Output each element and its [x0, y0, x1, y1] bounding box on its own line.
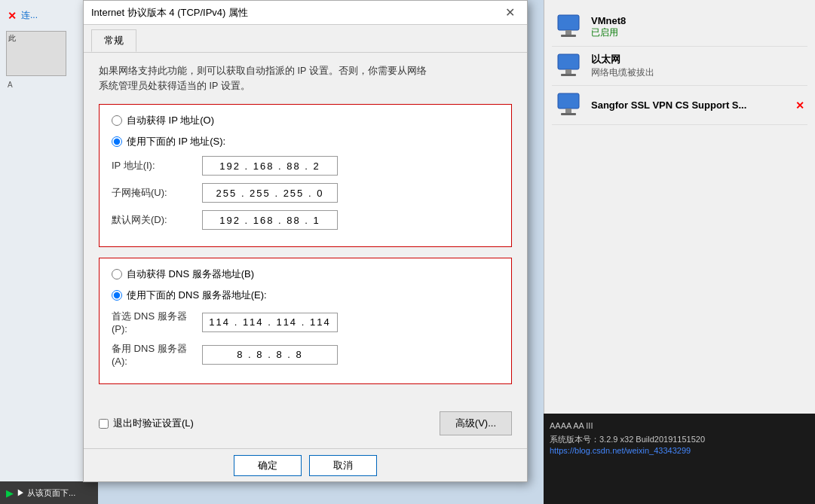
tab-bar: 常规	[84, 25, 527, 53]
sangfor-name: Sangfor SSL VPN CS Support S...	[591, 99, 789, 111]
svg-rect-2	[561, 35, 576, 37]
auto-ip-radio[interactable]	[112, 115, 122, 126]
bottom-right-text2: 系统版本号：3.2.9 x32 Build20191151520	[550, 433, 809, 447]
svg-rect-6	[558, 93, 579, 108]
manual-dns-row: 使用下面的 DNS 服务器地址(E):	[112, 289, 499, 302]
dialog-titlebar: Internet 协议版本 4 (TCP/IPv4) 属性 ✕	[84, 1, 527, 25]
error-icon-sangfor: ✕	[795, 99, 804, 111]
primary-dns-input[interactable]	[202, 313, 338, 332]
bottom-right-link[interactable]: https://blog.csdn.net/weixin_43343299	[550, 446, 809, 455]
tab-general[interactable]: 常规	[91, 29, 136, 52]
network-item-sangfor[interactable]: Sangfor SSL VPN CS Support S... ✕	[552, 86, 807, 125]
desc-line1: 如果网络支持此功能，则可以获取自动指派的 IP 设置。否则，你需要从网络	[99, 66, 427, 76]
manual-ip-radio[interactable]	[112, 136, 122, 147]
tcp-ipv4-dialog: Internet 协议版本 4 (TCP/IPv4) 属性 ✕ 常规 如果网络支…	[83, 0, 528, 482]
network-icon-sangfor	[555, 92, 585, 118]
network-item-ethernet[interactable]: 以太网 网络电缆被拔出	[552, 47, 807, 86]
auto-ip-row: 自动获得 IP 地址(O)	[112, 114, 499, 127]
ethernet-name: 以太网	[591, 53, 804, 66]
auto-dns-row: 自动获得 DNS 服务器地址(B)	[112, 267, 499, 281]
primary-dns-label: 首选 DNS 服务器(P):	[112, 310, 202, 334]
ethernet-status: 网络电缆被拔出	[591, 66, 804, 79]
secondary-dns-row: 备用 DNS 服务器(A):	[112, 342, 499, 367]
network-info-vmnet8: VMnet8 已启用	[591, 15, 804, 39]
left-link-1[interactable]: 连...	[21, 9, 38, 22]
advanced-button[interactable]: 高级(V)...	[440, 411, 512, 435]
svg-rect-4	[565, 69, 571, 74]
left-label-a: A	[6, 79, 91, 90]
right-panel: VMnet8 已启用 以太网 网络电缆被拔出 Sangfor SSL VPN C…	[544, 0, 815, 504]
gateway-row: 默认网关(D):	[112, 210, 499, 230]
svg-rect-7	[565, 108, 571, 113]
bottom-bar-text: ▶ 从该页面下...	[17, 487, 75, 499]
network-icon-ethernet	[555, 53, 585, 79]
auto-ip-label[interactable]: 自动获得 IP 地址(O)	[127, 114, 214, 127]
bottom-bar[interactable]: ▶ ▶ 从该页面下...	[0, 481, 98, 504]
dialog-body: 如果网络支持此功能，则可以获取自动指派的 IP 设置。否则，你需要从网络 系统管…	[84, 53, 527, 405]
ok-button[interactable]: 确定	[234, 455, 302, 476]
validate-checkbox[interactable]	[99, 419, 109, 429]
left-network-box: 此	[6, 31, 66, 76]
manual-ip-label[interactable]: 使用下面的 IP 地址(S):	[127, 135, 225, 148]
gateway-label: 默认网关(D):	[112, 213, 202, 227]
secondary-dns-label: 备用 DNS 服务器(A):	[112, 342, 202, 367]
dialog-title: Internet 协议版本 4 (TCP/IPv4) 属性	[91, 6, 248, 20]
manual-dns-label[interactable]: 使用下面的 DNS 服务器地址(E):	[127, 289, 267, 302]
auto-dns-label[interactable]: 自动获得 DNS 服务器地址(B)	[127, 267, 254, 281]
left-item-1: ✕ 连...	[6, 6, 91, 25]
svg-rect-5	[561, 74, 576, 76]
manual-ip-row: 使用下面的 IP 地址(S):	[112, 135, 499, 148]
desc-line2: 系统管理员处获得适当的 IP 设置。	[99, 81, 250, 91]
network-info-ethernet: 以太网 网络电缆被拔出	[591, 53, 804, 79]
bottom-right-text1: AAAA AA III	[550, 420, 809, 433]
svg-rect-8	[561, 113, 576, 115]
play-icon: ▶	[6, 487, 14, 499]
vmnet8-status: 已启用	[591, 26, 804, 39]
left-box-label: 此	[7, 32, 66, 45]
subnet-mask-label: 子网掩码(U):	[112, 186, 202, 200]
dialog-footer: 确定 取消	[84, 448, 527, 481]
subnet-mask-input[interactable]	[202, 183, 338, 203]
subnet-mask-row: 子网掩码(U):	[112, 183, 499, 203]
network-icon-vmnet8	[555, 14, 585, 40]
svg-rect-0	[558, 15, 579, 30]
dns-section: 自动获得 DNS 服务器地址(B) 使用下面的 DNS 服务器地址(E): 首选…	[99, 258, 512, 384]
gateway-input[interactable]	[202, 210, 338, 230]
svg-rect-1	[565, 30, 571, 35]
dialog-close-button[interactable]: ✕	[501, 5, 519, 20]
network-item-vmnet8[interactable]: VMnet8 已启用	[552, 8, 807, 47]
dialog-description: 如果网络支持此功能，则可以获取自动指派的 IP 设置。否则，你需要从网络 系统管…	[99, 63, 512, 93]
network-info-sangfor: Sangfor SSL VPN CS Support S...	[591, 99, 789, 111]
svg-rect-3	[558, 54, 579, 69]
bottom-right-area: AAAA AA III 系统版本号：3.2.9 x32 Build2019115…	[544, 414, 815, 504]
ip-address-row: IP 地址(I):	[112, 156, 499, 176]
ip-address-label: IP 地址(I):	[112, 159, 202, 173]
error-icon-1: ✕	[8, 10, 17, 22]
primary-dns-row: 首选 DNS 服务器(P):	[112, 310, 499, 334]
ip-address-input[interactable]	[202, 156, 338, 176]
ip-section: 自动获得 IP 地址(O) 使用下面的 IP 地址(S): IP 地址(I): …	[99, 104, 512, 247]
cancel-button[interactable]: 取消	[309, 455, 377, 476]
validate-checkbox-row: 退出时验证设置(L)	[99, 417, 194, 430]
auto-dns-radio[interactable]	[112, 269, 122, 279]
vmnet8-name: VMnet8	[591, 15, 804, 26]
manual-dns-radio[interactable]	[112, 290, 122, 301]
validate-label[interactable]: 退出时验证设置(L)	[113, 417, 194, 430]
dialog-bottom-row: 退出时验证设置(L) 高级(V)...	[84, 405, 527, 441]
secondary-dns-input[interactable]	[202, 345, 338, 365]
